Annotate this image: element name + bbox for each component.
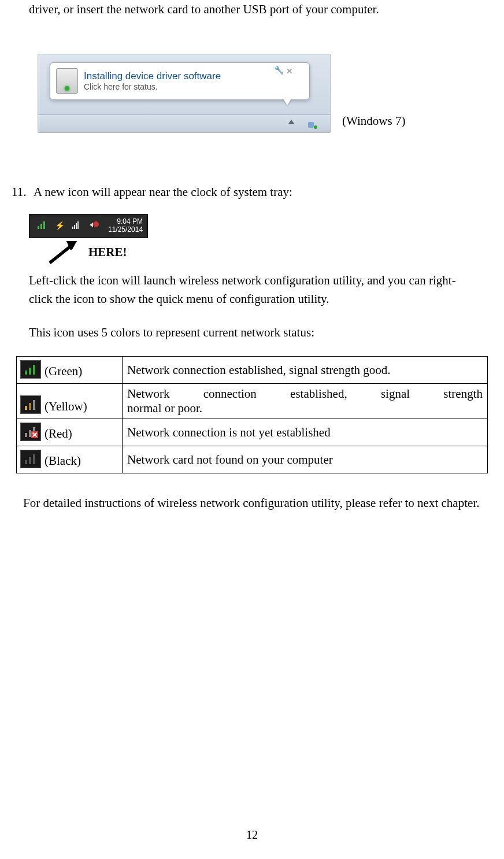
signal-yellow-icon — [20, 395, 41, 414]
figure-windows-notification: Installing device driver software Click … — [38, 54, 492, 133]
taskbar-strip — [38, 114, 330, 132]
balloon-title: Installing device driver software — [84, 71, 303, 82]
color-label: (Red) — [45, 427, 72, 440]
here-annotation: HERE! — [45, 241, 492, 264]
page-number: 12 — [0, 828, 504, 842]
status-description: Network connection established, signal s… — [123, 384, 488, 419]
footer-paragraph: For detailed instructions of wireless ne… — [23, 494, 481, 513]
tray-time: 9:04 PM — [108, 218, 143, 226]
status-description: Network connection established, signal s… — [123, 357, 488, 384]
close-icon: ✕ — [286, 66, 293, 76]
description-paragraph-2: This icon uses 5 colors to represent cur… — [29, 323, 475, 342]
here-label: HERE! — [88, 245, 127, 260]
windows-taskbar-area: Installing device driver software Click … — [38, 54, 331, 133]
wrench-icon: 🔧 — [274, 65, 284, 75]
step-number: 11. — [12, 185, 34, 199]
device-icon — [56, 68, 78, 94]
color-label: (Yellow) — [45, 399, 87, 413]
tray-date: 11/25/2014 — [108, 226, 143, 234]
signal-green-icon — [20, 360, 41, 379]
page: driver, or insert the network card to an… — [0, 0, 504, 859]
volume-muted-tray-icon — [90, 221, 100, 231]
table-row: (Yellow) Network connection established,… — [17, 384, 488, 419]
status-color-table: (Green) Network connection established, … — [16, 356, 488, 473]
network-tray-icon — [307, 119, 317, 129]
wifi-signal-tray-icon — [72, 221, 83, 231]
table-row: (Green) Network connection established, … — [17, 357, 488, 384]
systray-figure: ⚡ 9:04 PM 11/25/2014 — [29, 214, 492, 238]
power-tray-icon: ⚡ — [55, 221, 65, 231]
driver-install-balloon: Installing device driver software Click … — [50, 62, 310, 100]
color-label: (Black) — [45, 454, 81, 468]
signal-red-icon — [20, 423, 41, 441]
tray-clock: 9:04 PM 11/25/2014 — [108, 218, 143, 234]
arrow-icon — [45, 241, 80, 264]
os-caption: (Windows 7) — [342, 114, 405, 133]
step-text: A new icon will appear near the clock of… — [34, 185, 492, 199]
intro-paragraph: driver, or insert the network card to an… — [29, 0, 492, 19]
color-label: (Green) — [45, 364, 82, 378]
step-11: 11. A new icon will appear near the cloc… — [12, 185, 492, 199]
status-description: Network connection is not yet establishe… — [123, 419, 488, 446]
balloon-subtitle: Click here for status. — [84, 82, 303, 91]
wireless-utility-tray-icon — [38, 221, 48, 231]
table-row: (Black) Network card not found on your c… — [17, 446, 488, 473]
description-paragraph-1: Left-click the icon will launch wireless… — [29, 271, 475, 309]
signal-black-icon — [20, 450, 41, 468]
show-hidden-icons-chevron — [288, 120, 294, 124]
status-description: Network card not found on your computer — [123, 446, 488, 473]
system-tray-dark: ⚡ 9:04 PM 11/25/2014 — [29, 214, 148, 238]
table-row: (Red) Network connection is not yet esta… — [17, 419, 488, 446]
